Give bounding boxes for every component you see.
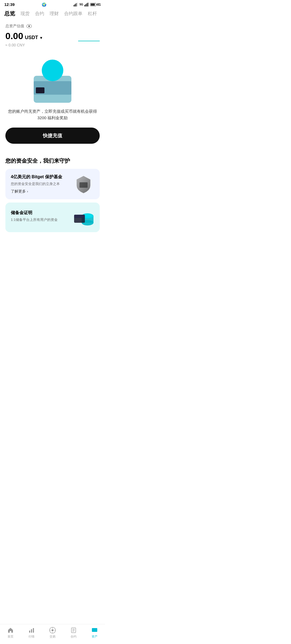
asset-cny: ≈ 0.00 CNY: [5, 43, 100, 47]
asset-unit: USDT: [25, 35, 38, 40]
card-link-1[interactable]: 了解更多 ›: [11, 189, 62, 194]
signal-icon: [74, 3, 78, 6]
card-title-2: 储备金证明: [11, 210, 58, 216]
svg-rect-6: [86, 3, 87, 6]
card-content-2: 储备金证明 1:1储备平台上所有用户的资金: [11, 210, 58, 225]
quick-deposit-button[interactable]: 快捷充值: [5, 128, 100, 144]
status-bar: 12:39 🌍 5G 81: [0, 0, 105, 8]
protection-fund-card: 4亿美元的 Bitget 保护基金 您的资金安全是我们的立身之本 了解更多 ›: [5, 169, 100, 199]
status-time: 12:39: [4, 2, 15, 7]
svg-rect-0: [74, 5, 74, 6]
card-link-arrow-1: ›: [27, 190, 28, 193]
tab-spot[interactable]: 现货: [20, 11, 30, 18]
asset-underline: [78, 41, 100, 41]
card-title-1: 4亿美元的 Bitget 保护基金: [11, 174, 62, 180]
battery-level: 81: [97, 3, 101, 6]
card-subtitle-1: 您的资金安全是我们的立身之本: [11, 181, 62, 186]
security-section: 您的资金安全，我们来守护 4亿美元的 Bitget 保护基金 您的资金安全是我们…: [0, 149, 105, 240]
signal-icon-2: [84, 3, 89, 6]
svg-rect-2: [76, 3, 77, 6]
svg-rect-7: [88, 3, 88, 6]
asset-value-row: 0.00 USDT ▾: [5, 31, 100, 41]
tab-finance[interactable]: 理财: [50, 11, 59, 18]
currency-dropdown[interactable]: ▾: [40, 36, 42, 40]
tab-contract[interactable]: 合约: [35, 11, 44, 18]
illus-small-rect: [36, 87, 44, 93]
asset-value: 0.00 USDT ▾: [5, 31, 100, 41]
svg-rect-4: [84, 5, 85, 6]
card-subtitle-2: 1:1储备平台上所有用户的资金: [11, 217, 58, 222]
nav-tabs: 总览 现货 合约 理财 合约跟单 杠杆: [0, 8, 105, 19]
asset-label-text: 总资产估值: [5, 24, 24, 29]
weather-icon: 🌍: [42, 2, 46, 7]
tab-contract-tracking[interactable]: 合约跟单: [64, 11, 82, 18]
asset-number: 0.00: [5, 31, 23, 41]
reserve-proof-card: 储备金证明 1:1储备平台上所有用户的资金: [5, 203, 100, 232]
security-title: 您的资金安全，我们来守护: [5, 157, 100, 165]
empty-text: 您的账户尚无资产，立即充值或买币就有机会获得 3200 福利金奖励: [5, 108, 100, 121]
card-link-text-1: 了解更多: [11, 189, 26, 194]
reserve-icon: [73, 208, 94, 227]
eye-icon[interactable]: [26, 24, 32, 28]
tab-leverage[interactable]: 杠杆: [88, 11, 97, 18]
empty-illustration: [31, 60, 74, 103]
svg-rect-5: [85, 4, 86, 6]
shield-icon: [75, 175, 94, 194]
tab-overview[interactable]: 总览: [4, 10, 15, 18]
svg-rect-3: [77, 3, 78, 6]
network-5g: 5G: [79, 3, 83, 6]
illus-circle: [42, 60, 63, 81]
svg-rect-1: [75, 4, 75, 6]
main-content: 总资产估值 0.00 USDT ▾ ≈ 0.00 CNY: [0, 19, 105, 52]
svg-rect-14: [74, 215, 85, 218]
status-icons: 5G 81: [74, 3, 101, 6]
svg-rect-8: [79, 182, 88, 188]
asset-label: 总资产估值: [5, 24, 100, 29]
card-content-1: 4亿美元的 Bitget 保护基金 您的资金安全是我们的立身之本 了解更多 ›: [11, 174, 62, 194]
empty-state: 您的账户尚无资产，立即充值或买币就有机会获得 3200 福利金奖励 快捷充值: [0, 52, 105, 149]
battery-icon: [90, 3, 96, 6]
